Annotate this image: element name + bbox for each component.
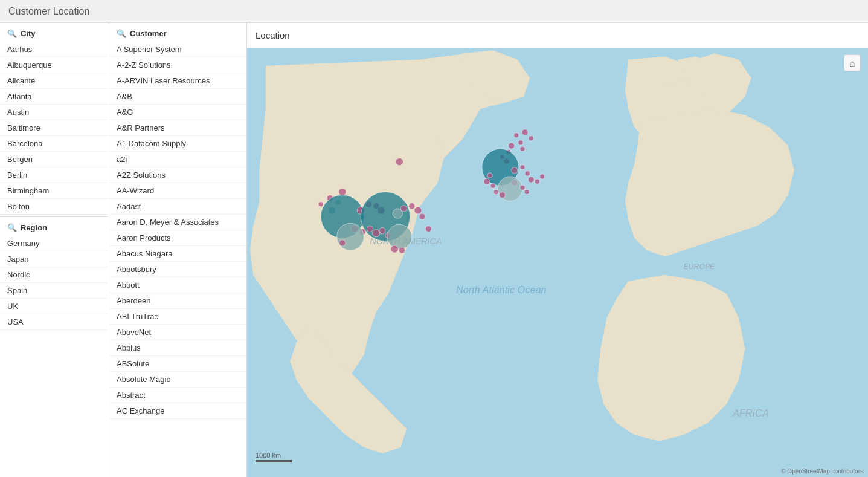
customer-list-item[interactable]: A-ARVIN Laser Resources [109, 73, 246, 89]
region-list-item[interactable]: Spain [0, 283, 109, 299]
svg-point-24 [373, 230, 380, 237]
map-panel: Location [247, 23, 868, 477]
region-filter-header: 🔍 Region [0, 217, 109, 236]
customer-list-item[interactable]: Absolute Magic [109, 372, 246, 388]
left-filter-panel: 🔍 City AarhusAlbuquerqueAlicanteAtlantaA… [0, 23, 109, 477]
customer-list-item[interactable]: A-2-Z Solutions [109, 57, 246, 73]
customer-list-item[interactable]: A&R Partners [109, 120, 246, 136]
svg-text:AFRICA: AFRICA [732, 407, 769, 418]
svg-point-19 [414, 207, 422, 214]
city-list-scroll[interactable]: AarhusAlbuquerqueAlicanteAtlantaAustinBa… [0, 42, 109, 217]
city-list-item[interactable]: Baltimore [0, 120, 109, 136]
customer-filter-header: 🔍 Customer [109, 23, 246, 42]
svg-point-39 [520, 146, 525, 151]
svg-point-46 [525, 171, 530, 176]
svg-point-23 [367, 226, 373, 232]
customer-list-item[interactable]: Abstract [109, 388, 246, 403]
customer-list: A Superior SystemA-2-Z SolutionsA-ARVIN … [109, 42, 246, 419]
svg-point-27 [337, 223, 364, 250]
svg-point-38 [529, 136, 533, 141]
city-filter-header: 🔍 City [0, 23, 109, 42]
city-list: AarhusAlbuquerqueAlicanteAtlantaAustinBa… [0, 42, 109, 215]
svg-point-54 [487, 173, 492, 178]
svg-point-47 [528, 177, 534, 183]
home-button[interactable]: ⌂ [844, 54, 861, 71]
svg-point-32 [339, 240, 346, 246]
svg-point-53 [524, 189, 529, 194]
city-list-item[interactable]: Austin [0, 105, 109, 120]
svg-point-28 [387, 224, 412, 249]
customer-list-item[interactable]: A1 Datacom Supply [109, 136, 246, 152]
customer-list-item[interactable]: AA-Wizard [109, 183, 246, 199]
svg-point-37 [522, 129, 528, 135]
customer-list-item[interactable]: Abbotsbury [109, 262, 246, 277]
region-list-item[interactable]: Germany [0, 236, 109, 251]
svg-point-29 [391, 245, 398, 253]
svg-point-56 [490, 183, 495, 188]
customer-filter-panel: 🔍 Customer A Superior SystemA-2-Z Soluti… [109, 23, 247, 477]
city-filter-section: 🔍 City AarhusAlbuquerqueAlicanteAtlantaA… [0, 23, 109, 217]
scale-bar [256, 460, 292, 462]
region-list: GermanyJapanNordicSpainUKUSA [0, 236, 109, 330]
svg-point-49 [539, 174, 544, 179]
customer-list-item[interactable]: a2i [109, 152, 246, 167]
city-list-item[interactable]: Birmingham [0, 183, 109, 199]
customer-list-item[interactable]: A&B [109, 89, 246, 105]
region-list-item[interactable]: USA [0, 314, 109, 330]
customer-list-item[interactable]: Aadast [109, 199, 246, 215]
customer-list-item[interactable]: Abbott [109, 277, 246, 293]
city-list-item[interactable]: Berlin [0, 167, 109, 183]
customer-list-item[interactable]: AC Exchange [109, 403, 246, 419]
region-list-item[interactable]: UK [0, 299, 109, 314]
city-list-item[interactable]: Aarhus [0, 42, 109, 57]
home-icon: ⌂ [849, 58, 855, 68]
region-filter-section: 🔍 Region GermanyJapanNordicSpainUKUSA [0, 217, 109, 330]
customer-list-item[interactable]: Abplus [109, 340, 246, 356]
customer-list-item[interactable]: ABI TruTrac [109, 309, 246, 325]
svg-point-44 [512, 167, 518, 174]
map-attribution: © OpenStreetMap contributors [781, 468, 863, 475]
svg-point-18 [409, 203, 415, 209]
svg-point-20 [419, 213, 425, 219]
svg-point-8 [318, 202, 323, 207]
svg-point-57 [493, 189, 498, 194]
region-list-item[interactable]: Nordic [0, 267, 109, 283]
customer-list-item[interactable]: A2Z Solutions [109, 167, 246, 183]
svg-point-5 [339, 188, 346, 195]
svg-point-31 [425, 226, 431, 232]
svg-text:North Atlantic Ocean: North Atlantic Ocean [456, 284, 546, 295]
customer-list-item[interactable]: Aaron D. Meyer & Associates [109, 215, 246, 230]
svg-point-30 [399, 247, 405, 253]
customer-list-item[interactable]: AboveNet [109, 325, 246, 340]
city-list-item[interactable]: Albuquerque [0, 57, 109, 73]
city-list-item[interactable]: Atlanta [0, 89, 109, 105]
city-list-item[interactable]: Bergen [0, 152, 109, 167]
city-search-icon: 🔍 [7, 29, 17, 38]
region-list-item[interactable]: Japan [0, 251, 109, 267]
svg-point-55 [484, 178, 490, 184]
city-list-item[interactable]: Bolton [0, 199, 109, 215]
customer-list-item[interactable]: Aaron Products [109, 230, 246, 246]
customer-list-item[interactable]: Abacus Niagara [109, 246, 246, 262]
svg-point-35 [518, 140, 523, 145]
map-container[interactable]: North Atlantic Ocean NORTH AMERICA EUROP… [247, 48, 868, 477]
map-scale: 1000 km [256, 452, 292, 462]
city-list-item[interactable]: Barcelona [0, 136, 109, 152]
svg-point-33 [396, 158, 403, 165]
customer-list-scroll[interactable]: A Superior SystemA-2-Z SolutionsA-ARVIN … [109, 42, 246, 477]
page-title: Customer Location [0, 0, 868, 23]
customer-list-item[interactable]: A&G [109, 105, 246, 120]
svg-text:EUROPE: EUROPE [684, 262, 715, 271]
svg-point-25 [379, 227, 385, 233]
region-search-icon: 🔍 [7, 223, 17, 232]
customer-list-item[interactable]: ABSolute [109, 356, 246, 372]
customer-search-icon: 🔍 [117, 29, 126, 38]
svg-point-48 [535, 179, 539, 184]
customer-list-item[interactable]: A Superior System [109, 42, 246, 57]
svg-point-58 [499, 192, 505, 198]
svg-point-34 [509, 143, 515, 149]
svg-point-45 [520, 165, 525, 170]
customer-list-item[interactable]: Aberdeen [109, 293, 246, 309]
map-header: Location [247, 23, 868, 48]
city-list-item[interactable]: Alicante [0, 73, 109, 89]
